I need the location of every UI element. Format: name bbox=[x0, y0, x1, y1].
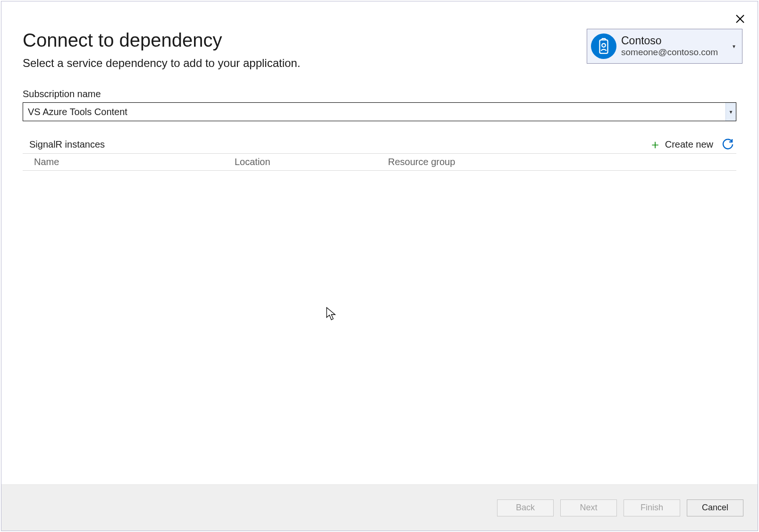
instances-table: Name Location Resource group bbox=[23, 153, 736, 171]
create-new-button[interactable]: ＋ Create new bbox=[649, 138, 713, 150]
account-email: someone@contoso.com bbox=[621, 47, 730, 58]
connect-dependency-dialog: Connect to dependency Select a service d… bbox=[1, 1, 758, 531]
chevron-down-icon: ▼ bbox=[725, 103, 736, 121]
instances-header: SignalR instances ＋ Create new bbox=[23, 138, 736, 153]
subscription-dropdown[interactable]: VS Azure Tools Content ▼ bbox=[23, 102, 736, 121]
dialog-header: Connect to dependency Select a service d… bbox=[1, 1, 758, 79]
dialog-content: Subscription name VS Azure Tools Content… bbox=[1, 79, 758, 484]
account-badge-icon bbox=[591, 33, 616, 59]
chevron-down-icon: ▼ bbox=[730, 44, 738, 49]
instances-actions: ＋ Create new bbox=[649, 138, 734, 150]
dialog-footer: Back Next Finish Cancel bbox=[1, 484, 758, 531]
svg-point-3 bbox=[602, 43, 606, 47]
next-button[interactable]: Next bbox=[560, 499, 617, 516]
account-selector[interactable]: Contoso someone@contoso.com ▼ bbox=[587, 29, 742, 64]
column-header-name[interactable]: Name bbox=[34, 157, 235, 167]
back-button[interactable]: Back bbox=[497, 499, 554, 516]
refresh-icon bbox=[722, 138, 734, 150]
subscription-label: Subscription name bbox=[23, 89, 736, 100]
account-text: Contoso someone@contoso.com bbox=[621, 34, 730, 58]
column-header-location[interactable]: Location bbox=[235, 157, 388, 167]
create-new-label: Create new bbox=[665, 139, 713, 150]
cancel-button[interactable]: Cancel bbox=[687, 499, 743, 516]
table-header-row: Name Location Resource group bbox=[23, 154, 736, 170]
subscription-value: VS Azure Tools Content bbox=[23, 107, 725, 117]
column-header-resource-group[interactable]: Resource group bbox=[388, 157, 736, 167]
instances-label: SignalR instances bbox=[29, 139, 105, 150]
plus-icon: ＋ bbox=[649, 138, 661, 150]
refresh-button[interactable] bbox=[722, 138, 734, 150]
account-name: Contoso bbox=[621, 34, 730, 48]
finish-button[interactable]: Finish bbox=[624, 499, 680, 516]
